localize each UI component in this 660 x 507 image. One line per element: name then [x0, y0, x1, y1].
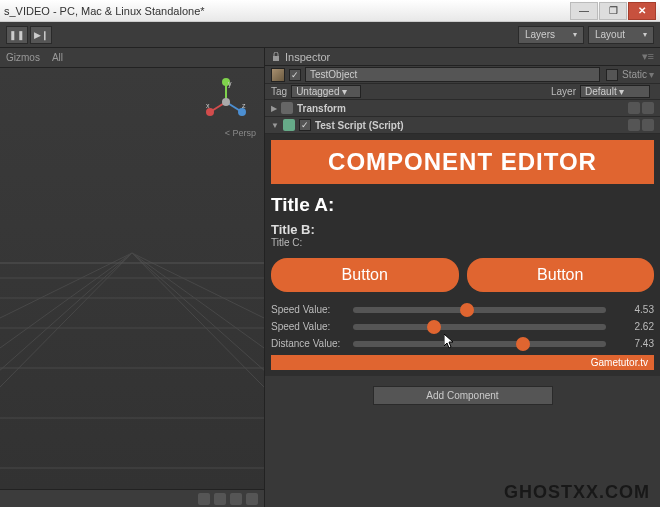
add-component-button[interactable]: Add Component	[373, 386, 553, 405]
slider-label: Speed Value:	[271, 304, 353, 315]
slider-value: 4.53	[616, 304, 654, 315]
title-b: Title B:	[271, 222, 654, 237]
main-toolbar: ❚❚ ▶❙ Layers Layout	[0, 22, 660, 48]
gizmos-dropdown[interactable]: Gizmos	[6, 52, 40, 63]
svg-line-7	[132, 253, 264, 448]
slider-row-2: Distance Value:7.43	[271, 338, 654, 349]
fold-icon: ▼	[271, 121, 279, 130]
static-checkbox[interactable]	[606, 69, 618, 81]
window-titlebar[interactable]: s_VIDEO - PC, Mac & Linux Standalone* — …	[0, 0, 660, 22]
pause-icon[interactable]: ❚❚	[6, 26, 28, 44]
slider-label: Speed Value:	[271, 321, 353, 332]
unity-window: s_VIDEO - PC, Mac & Linux Standalone* — …	[0, 0, 660, 507]
scene-search[interactable]: All	[52, 52, 75, 63]
svg-line-0	[0, 253, 132, 348]
svg-point-20	[238, 108, 246, 116]
slider-thumb[interactable]	[427, 320, 441, 334]
custom-button-2[interactable]: Button	[467, 258, 655, 292]
slider-track[interactable]	[353, 307, 606, 313]
script-icon	[283, 119, 295, 131]
svg-line-1	[132, 253, 264, 348]
main-area: Gizmos All	[0, 48, 660, 507]
svg-text:z: z	[242, 102, 246, 109]
slider-row-1: Speed Value:2.62	[271, 321, 654, 332]
editor-banner: COMPONENT EDITOR	[271, 140, 654, 184]
close-button[interactable]: ✕	[628, 2, 656, 20]
gameobject-icon	[271, 68, 285, 82]
object-name-field[interactable]: TestObject	[305, 67, 600, 82]
orientation-gizmo[interactable]: x y z	[202, 78, 250, 126]
gear-icon[interactable]	[642, 119, 654, 131]
svg-point-18	[206, 108, 214, 116]
slider-thumb[interactable]	[460, 303, 474, 317]
title-a: Title A:	[271, 194, 654, 216]
script-component[interactable]: ▼ ✓ Test Script (Script)	[265, 117, 660, 134]
tag-layer-row: Tag Untagged ▾ Layer Default ▾	[265, 84, 660, 100]
footer-icon[interactable]	[246, 493, 258, 505]
minimize-button[interactable]: —	[570, 2, 598, 20]
persp-label[interactable]: < Persp	[225, 128, 256, 138]
slider-thumb[interactable]	[516, 337, 530, 351]
footer-icon[interactable]	[230, 493, 242, 505]
svg-text:y: y	[228, 80, 232, 88]
tag-label: Tag	[271, 86, 287, 97]
layer-dropdown[interactable]: Default ▾	[580, 85, 650, 98]
svg-rect-25	[273, 56, 279, 61]
transform-component[interactable]: ▶ Transform	[265, 100, 660, 117]
slider-track[interactable]	[353, 324, 606, 330]
gear-icon[interactable]	[642, 102, 654, 114]
help-icon[interactable]	[628, 119, 640, 131]
slider-label: Distance Value:	[271, 338, 353, 349]
fold-icon: ▶	[271, 104, 277, 113]
svg-text:x: x	[206, 102, 210, 109]
slider-value: 7.43	[616, 338, 654, 349]
scene-toolbar: Gizmos All	[0, 48, 264, 68]
watermark: GHOSTXX.COM	[504, 482, 650, 503]
active-checkbox[interactable]: ✓	[289, 69, 301, 81]
help-icon[interactable]	[628, 102, 640, 114]
inspector-panel: Inspector ▾≡ ✓ TestObject Static ▾ Tag U…	[264, 48, 660, 507]
step-icon[interactable]: ▶❙	[30, 26, 52, 44]
footer-icon[interactable]	[214, 493, 226, 505]
footer-icon[interactable]	[198, 493, 210, 505]
slider-row-0: Speed Value:4.53	[271, 304, 654, 315]
custom-inspector: COMPONENT EDITOR Title A: Title B: Title…	[265, 134, 660, 376]
scene-footer	[0, 489, 264, 507]
script-enabled-checkbox[interactable]: ✓	[299, 119, 311, 131]
custom-button-1[interactable]: Button	[271, 258, 459, 292]
slider-track[interactable]	[353, 341, 606, 347]
brand-bar: Gametutor.tv	[271, 355, 654, 370]
svg-point-21	[222, 98, 230, 106]
layer-label: Layer	[551, 86, 576, 97]
scene-viewport[interactable]: x y z < Persp	[0, 68, 264, 489]
maximize-button[interactable]: ❐	[599, 2, 627, 20]
transform-icon	[281, 102, 293, 114]
scene-panel: Gizmos All	[0, 48, 264, 507]
static-label: Static	[622, 69, 647, 80]
title-c: Title C:	[271, 237, 654, 248]
slider-value: 2.62	[616, 321, 654, 332]
object-header: ✓ TestObject Static ▾	[265, 66, 660, 84]
tag-dropdown[interactable]: Untagged ▾	[291, 85, 361, 98]
layers-dropdown[interactable]: Layers	[518, 26, 584, 44]
lock-icon	[271, 52, 281, 62]
layout-dropdown[interactable]: Layout	[588, 26, 654, 44]
window-title: s_VIDEO - PC, Mac & Linux Standalone*	[4, 5, 205, 17]
svg-line-6	[0, 253, 132, 448]
inspector-tab[interactable]: Inspector ▾≡	[265, 48, 660, 66]
